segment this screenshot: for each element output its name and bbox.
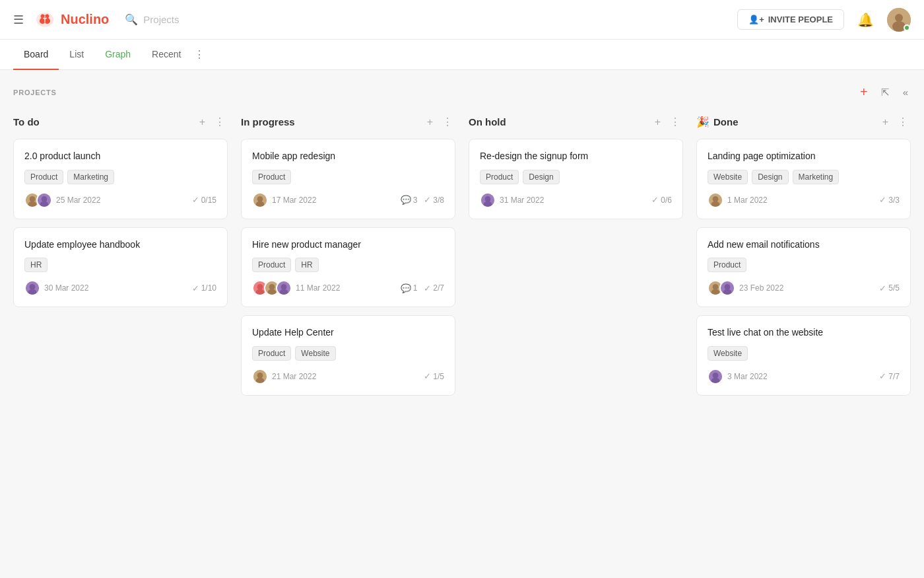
column-header-onhold: On hold+⋮ <box>469 114 683 129</box>
mini-avatar <box>24 280 40 296</box>
add-project-button[interactable]: + <box>857 83 871 101</box>
column-more-button-done[interactable]: ⋮ <box>895 114 911 129</box>
card-title-card3: Mobile app redesign <box>252 150 444 163</box>
card-meta-card9: ✓ 7/7 <box>879 371 900 381</box>
card-footer-card6: 31 Mar 2022✓ 0/6 <box>480 192 672 208</box>
column-title-onhold: On hold <box>469 116 648 127</box>
search-placeholder: Projects <box>143 14 179 25</box>
check-icon: ✓ <box>424 283 431 293</box>
card-meta-card5: ✓ 1/5 <box>424 371 444 381</box>
card-tags-card1: ProductMarketing <box>24 170 216 184</box>
card-comments-card4: 💬 1 <box>401 283 418 293</box>
card-card2[interactable]: Update employee handbookHR 30 Mar 2022✓ … <box>13 227 228 308</box>
column-emoji-done: 🎉 <box>696 116 710 128</box>
card-avatars-card7 <box>708 192 719 208</box>
card-tags-card7: WebsiteDesignMarketing <box>708 170 900 184</box>
projects-header: PROJECTS + ⇱ « <box>13 83 911 101</box>
card-avatars-card1 <box>24 192 48 208</box>
hamburger-icon[interactable]: ☰ <box>13 13 24 27</box>
card-checks-card9: ✓ 7/7 <box>879 371 900 381</box>
card-checks-card1: ✓ 0/15 <box>192 195 216 205</box>
add-card-button-done[interactable]: + <box>880 115 891 129</box>
card-date-card3: 17 Mar 2022 <box>272 196 395 205</box>
mini-avatar <box>276 280 292 296</box>
check-icon: ✓ <box>879 371 886 381</box>
card-comments-card3: 💬 3 <box>401 195 418 205</box>
card-date-card7: 1 Mar 2022 <box>727 196 874 205</box>
tag: HR <box>24 258 48 272</box>
card-title-card6: Re-design the signup form <box>480 150 672 163</box>
tab-bar: Board List Graph Recent ⋮ <box>0 40 924 70</box>
card-card9[interactable]: Test live chat on the websiteWebsite 3 M… <box>696 315 911 396</box>
expand-icon[interactable]: ⇱ <box>878 85 892 100</box>
search-icon: 🔍 <box>125 13 138 26</box>
collapse-icon[interactable]: « <box>900 85 911 99</box>
add-card-button-todo[interactable]: + <box>197 115 208 129</box>
tab-list[interactable]: List <box>59 40 94 70</box>
card-card1[interactable]: 2.0 product launchProductMarketing 25 Ma… <box>13 139 228 219</box>
column-more-button-inprogress[interactable]: ⋮ <box>440 114 455 129</box>
card-checks-card8: ✓ 5/5 <box>879 283 900 293</box>
notification-icon[interactable]: 🔔 <box>857 12 874 28</box>
card-title-card8: Add new email notifications <box>708 238 900 252</box>
card-tags-card4: ProductHR <box>252 258 444 272</box>
card-tags-card3: Product <box>252 170 444 184</box>
check-icon: ✓ <box>879 283 886 293</box>
kanban-board: To do+⋮2.0 product launchProductMarketin… <box>13 114 911 404</box>
card-tags-card9: Website <box>708 346 900 361</box>
mini-avatar <box>708 192 723 208</box>
mini-avatar <box>719 280 735 296</box>
check-icon: ✓ <box>651 195 659 205</box>
mini-avatar <box>252 369 268 384</box>
card-card4[interactable]: Hire new product managerProductHR 11 Mar… <box>241 227 455 308</box>
header: ☰ Nuclino 🔍 Projects 👤+ INVITE PEOPLE 🔔 <box>0 0 924 40</box>
add-card-button-inprogress[interactable]: + <box>424 115 436 129</box>
card-checks-card3: ✓ 3/8 <box>424 195 444 205</box>
card-card7[interactable]: Landing page optimizationWebsiteDesignMa… <box>696 139 911 219</box>
tab-board[interactable]: Board <box>13 40 59 70</box>
tab-graph[interactable]: Graph <box>94 40 141 70</box>
tag: Product <box>24 170 63 184</box>
card-card3[interactable]: Mobile app redesignProduct 17 Mar 2022💬 … <box>241 139 455 219</box>
card-avatars-card5 <box>252 369 264 384</box>
column-more-button-onhold[interactable]: ⋮ <box>667 114 683 129</box>
logo-icon <box>34 9 55 30</box>
column-header-done: 🎉Done+⋮ <box>696 114 911 129</box>
card-footer-card7: 1 Mar 2022✓ 3/3 <box>708 192 900 208</box>
projects-area: PROJECTS + ⇱ « To do+⋮2.0 product launch… <box>0 70 924 417</box>
card-checks-card7: ✓ 3/3 <box>879 195 900 205</box>
tag: Marketing <box>793 170 840 184</box>
tab-more-icon[interactable]: ⋮ <box>194 48 205 61</box>
column-inprogress: In progress+⋮Mobile app redesignProduct … <box>241 114 455 404</box>
column-more-button-todo[interactable]: ⋮ <box>212 114 228 129</box>
invite-icon: 👤+ <box>748 15 764 24</box>
add-card-button-onhold[interactable]: + <box>652 115 663 129</box>
card-footer-card3: 17 Mar 2022💬 3✓ 3/8 <box>252 192 444 208</box>
card-title-card9: Test live chat on the website <box>708 326 900 340</box>
user-avatar-wrap[interactable] <box>887 8 911 32</box>
card-title-card1: 2.0 product launch <box>24 150 216 163</box>
projects-actions: + ⇱ « <box>857 83 911 101</box>
tag: Product <box>252 258 291 272</box>
invite-people-button[interactable]: 👤+ INVITE PEOPLE <box>737 9 844 30</box>
card-title-card4: Hire new product manager <box>252 238 444 252</box>
card-avatars-card3 <box>252 192 264 208</box>
card-card5[interactable]: Update Help CenterProductWebsite 21 Mar … <box>241 315 455 396</box>
card-meta-card2: ✓ 1/10 <box>192 283 216 293</box>
mini-avatar <box>480 192 496 208</box>
card-date-card2: 30 Mar 2022 <box>44 283 187 293</box>
search-area[interactable]: 🔍 Projects <box>125 13 737 26</box>
header-right: 👤+ INVITE PEOPLE 🔔 <box>737 8 911 32</box>
card-card6[interactable]: Re-design the signup formProductDesign 3… <box>469 139 683 219</box>
card-date-card1: 25 Mar 2022 <box>56 196 187 205</box>
mini-avatar <box>36 192 52 208</box>
tag: Product <box>708 258 746 272</box>
mini-avatar <box>252 192 268 208</box>
tab-recent[interactable]: Recent <box>141 40 191 70</box>
tag: Marketing <box>67 170 114 184</box>
logo-area[interactable]: Nuclino <box>34 9 109 30</box>
check-icon: ✓ <box>192 283 199 293</box>
card-card8[interactable]: Add new email notificationsProduct 23 Fe… <box>696 227 911 308</box>
card-meta-card8: ✓ 5/5 <box>879 283 900 293</box>
card-footer-card1: 25 Mar 2022✓ 0/15 <box>24 192 216 208</box>
